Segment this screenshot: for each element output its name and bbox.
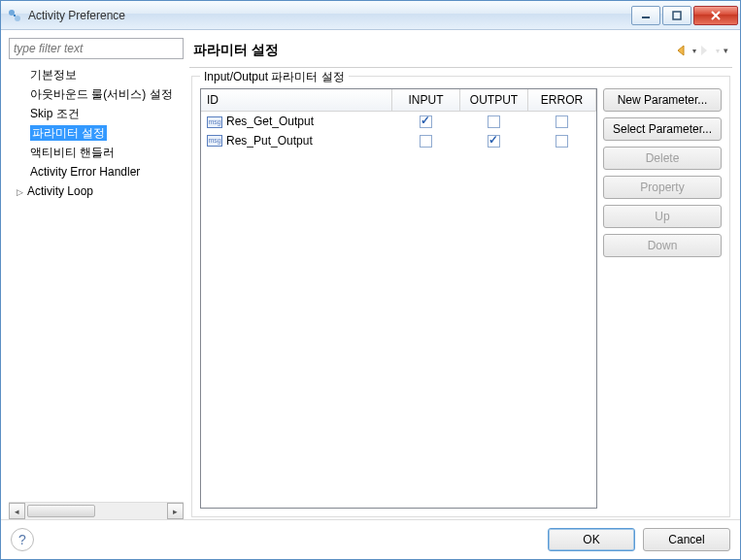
scroll-right-button[interactable]: ▸ <box>167 503 184 519</box>
ok-button[interactable]: OK <box>548 528 635 551</box>
filter-input[interactable] <box>9 38 184 59</box>
close-button[interactable] <box>693 6 738 25</box>
svg-rect-4 <box>673 12 681 19</box>
property-button[interactable]: Property <box>603 176 722 199</box>
minimize-button[interactable] <box>631 6 660 25</box>
tree-item[interactable]: 아웃바운드 룰(서비스) 설정 <box>9 84 184 104</box>
input-checkbox[interactable] <box>420 135 432 148</box>
dialog-window: Activity Preference 기본정보아웃바운드 룰(서비스) 설정S… <box>0 0 741 560</box>
delete-button[interactable]: Delete <box>603 147 722 170</box>
scroll-thumb[interactable] <box>27 505 95 517</box>
app-icon <box>7 8 22 23</box>
scroll-track[interactable] <box>25 503 167 519</box>
tree-scrollbar[interactable]: ◂ ▸ <box>9 502 184 519</box>
new-parameter-button[interactable]: New Parameter... <box>603 88 722 112</box>
tree-item[interactable]: 액티비티 핸들러 <box>9 143 184 162</box>
msg-icon: msg <box>207 116 222 128</box>
up-button[interactable]: Up <box>603 205 722 228</box>
down-button[interactable]: Down <box>603 234 722 257</box>
nav-forward-button[interactable]: ▾ <box>700 45 720 56</box>
error-checkbox[interactable] <box>556 135 568 148</box>
tree-item-label: 파라미터 설정 <box>30 125 107 141</box>
chevron-down-icon: ▾ <box>692 47 696 55</box>
row-id: Res_Get_Output <box>226 115 314 128</box>
table-row[interactable]: msgRes_Get_Output <box>201 112 596 131</box>
maximize-button[interactable] <box>662 6 691 25</box>
group-label: Input/Output 파라미터 설정 <box>200 69 349 85</box>
tree-item[interactable]: Activity Error Handler <box>9 162 184 181</box>
tree-item-label: Activity Loop <box>27 184 93 198</box>
table-row[interactable]: msgRes_Put_Output <box>201 131 596 150</box>
tree-item-label: Activity Error Handler <box>30 165 140 179</box>
tree-item-label: 기본정보 <box>30 68 77 82</box>
tree-item-label: Skip 조건 <box>30 107 80 120</box>
tree-item-label: 아웃바운드 룰(서비스) 설정 <box>30 87 173 101</box>
row-id: Res_Put_Output <box>226 134 313 148</box>
window-title: Activity Preference <box>28 9 631 22</box>
tree-item[interactable]: Activity Loop <box>9 181 184 202</box>
msg-icon: msg <box>207 135 222 147</box>
output-checkbox[interactable] <box>488 135 500 148</box>
panel-title: 파라미터 설정 <box>193 42 677 59</box>
tree-item-label: 액티비티 핸들러 <box>30 146 115 159</box>
tree-item[interactable]: 기본정보 <box>9 65 184 84</box>
error-checkbox[interactable] <box>556 115 568 128</box>
svg-rect-3 <box>642 16 650 18</box>
tree-item[interactable]: 파라미터 설정 <box>9 123 184 143</box>
input-checkbox[interactable] <box>420 115 432 128</box>
col-id[interactable]: ID <box>201 89 392 112</box>
svg-rect-2 <box>14 15 16 16</box>
cancel-button[interactable]: Cancel <box>643 528 730 551</box>
help-button[interactable]: ? <box>11 528 34 551</box>
chevron-down-icon: ▾ <box>716 47 720 55</box>
output-checkbox[interactable] <box>488 115 500 128</box>
col-error[interactable]: ERROR <box>528 89 596 112</box>
nav-menu-button[interactable]: ▾ <box>724 46 728 55</box>
parameter-table: ID INPUT OUTPUT ERROR msgRes_Get_Outputm… <box>200 88 597 509</box>
nav-back-button[interactable]: ▾ <box>677 45 696 56</box>
tree-item[interactable]: Skip 조건 <box>9 104 184 123</box>
col-input[interactable]: INPUT <box>392 89 460 112</box>
col-output[interactable]: OUTPUT <box>460 89 528 112</box>
scroll-left-button[interactable]: ◂ <box>9 503 25 519</box>
select-parameter-button[interactable]: Select Parameter... <box>603 117 722 141</box>
titlebar[interactable]: Activity Preference <box>1 1 740 30</box>
nav-tree: 기본정보아웃바운드 룰(서비스) 설정Skip 조건파라미터 설정액티비티 핸들… <box>9 63 184 502</box>
